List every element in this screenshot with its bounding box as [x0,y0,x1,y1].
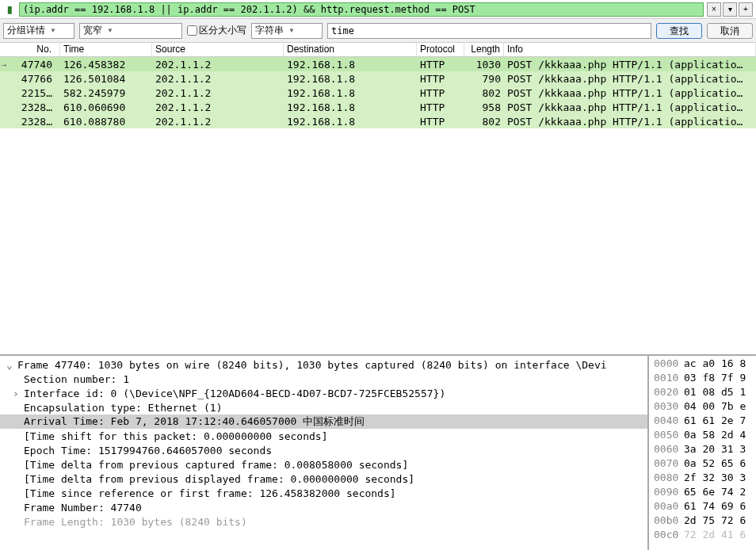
table-row[interactable]: 2215…582.245979202.1.1.2192.168.1.8HTTP8… [0,86,756,100]
col-header-source[interactable]: Source [152,43,284,56]
cell-time: 582.245979 [60,87,152,99]
tree-frame-length[interactable]: Frame Length: 1030 bytes (8240 bits) [0,514,647,529]
hex-bytes: 61 74 69 6 [684,500,746,514]
hex-offset: 00a0 [654,500,684,514]
packet-details-pane[interactable]: ⌄Frame 47740: 1030 bytes on wire (8240 b… [0,356,649,550]
hex-bytes: 2d 75 72 6 [684,514,746,529]
hex-bytes: ac a0 16 8 [684,357,746,372]
search-scope-dropdown[interactable]: 分组详情▼ [3,23,74,39]
tree-encapsulation[interactable]: Encapsulation type: Ethernet (1) [0,400,647,414]
cell-time: 126.458382 [60,59,152,71]
cell-len: 790 [464,73,504,85]
hex-offset: 0080 [654,472,684,486]
table-row[interactable]: 47766126.501084202.1.1.2192.168.1.8HTTP7… [0,71,756,86]
hex-offset: 0020 [654,386,684,400]
hex-offset: 00c0 [654,529,684,543]
search-input[interactable] [327,23,651,39]
hex-offset: 0040 [654,414,684,429]
tree-section-number[interactable]: Section number: 1 [0,372,647,386]
tree-frame-number[interactable]: Frame Number: 47740 [0,500,647,514]
filter-clear-button[interactable]: × [707,2,721,17]
hex-row[interactable]: 00802f 32 30 3 [649,472,756,486]
current-row-arrow-icon: → [2,60,6,69]
cell-src: 202.1.1.2 [152,87,284,99]
search-charset-label: 宽窄 [83,24,102,37]
hex-row[interactable]: 004061 61 2e 7 [649,414,756,429]
tree-since-reference[interactable]: [Time since reference or first frame: 12… [0,486,647,500]
cell-src: 202.1.1.2 [152,73,284,85]
col-header-time[interactable]: Time [60,43,152,56]
cell-time: 610.060690 [60,101,152,113]
cell-proto: HTTP [417,59,464,71]
tree-frame-summary[interactable]: ⌄Frame 47740: 1030 bytes on wire (8240 b… [0,357,647,372]
hex-row[interactable]: 00500a 58 2d 4 [649,429,756,443]
hex-bytes: 65 6e 74 2 [684,486,746,500]
hex-row[interactable]: 00700a 52 65 6 [649,457,756,472]
cell-src: 202.1.1.2 [152,101,284,113]
search-type-label: 字符串 [255,24,284,37]
table-row[interactable]: 2328…610.088780202.1.1.2192.168.1.8HTTP8… [0,114,756,128]
case-sensitive-label: 区分大小写 [199,24,246,37]
find-button[interactable]: 查找 [656,23,702,39]
col-header-length[interactable]: Length [464,43,504,56]
hex-offset: 0090 [654,486,684,500]
cell-len: 958 [464,101,504,113]
hex-row[interactable]: 00c072 2d 41 6 [649,529,756,543]
case-sensitive-checkbox[interactable] [187,25,197,36]
cell-dst: 192.168.1.8 [284,116,417,128]
cell-time: 610.088780 [60,116,152,128]
cell-len: 1030 [464,59,504,71]
hex-bytes: 04 00 7b e [684,400,746,414]
tree-arrival-time[interactable]: Arrival Time: Feb 7, 2018 17:12:40.64605… [0,414,647,429]
col-header-info[interactable]: Info [504,43,756,56]
hex-row[interactable]: 003004 00 7b e [649,400,756,414]
cancel-button[interactable]: 取消 [707,23,753,39]
cell-proto: HTTP [417,116,464,128]
cell-len: 802 [464,116,504,128]
hex-row[interactable]: 001003 f8 7f 9 [649,372,756,386]
filter-dropdown-button[interactable]: ▾ [723,2,737,17]
hex-offset: 0070 [654,457,684,472]
col-header-protocol[interactable]: Protocol [417,43,464,56]
hex-offset: 0000 [654,357,684,372]
cell-no: 47766 [0,73,60,85]
cell-info: POST /kkkaaa.php HTTP/1.1 (applicatio… [504,116,756,128]
tree-time-shift[interactable]: [Time shift for this packet: 0.000000000… [0,429,647,443]
table-row[interactable]: →47740126.458382202.1.1.2192.168.1.8HTTP… [0,57,756,71]
filter-add-button[interactable]: + [739,2,753,17]
search-type-dropdown[interactable]: 字符串▼ [251,23,323,39]
col-header-no[interactable]: No. [0,43,60,56]
search-charset-dropdown[interactable]: 宽窄▼ [79,23,182,39]
chevron-down-icon: ▼ [107,27,113,34]
cell-info: POST /kkkaaa.php HTTP/1.1 (applicatio… [504,87,756,99]
hex-bytes: 3a 20 31 3 [684,443,746,457]
tree-delta-captured[interactable]: [Time delta from previous captured frame… [0,457,647,472]
case-sensitive-checkbox-wrap[interactable]: 区分大小写 [187,24,246,37]
collapse-icon[interactable]: ⌄ [6,359,17,371]
table-row[interactable]: 2328…610.060690202.1.1.2192.168.1.8HTTP9… [0,100,756,114]
cell-proto: HTTP [417,73,464,85]
hex-row[interactable]: 00603a 20 31 3 [649,443,756,457]
hex-row[interactable]: 009065 6e 74 2 [649,486,756,500]
hex-row[interactable]: 00b02d 75 72 6 [649,514,756,529]
hex-offset: 0030 [654,400,684,414]
expand-icon[interactable]: › [13,388,24,399]
hex-bytes: 61 61 2e 7 [684,414,746,429]
packet-list-header: No. Time Source Destination Protocol Len… [0,43,756,57]
cell-dst: 192.168.1.8 [284,87,417,99]
tree-delta-displayed[interactable]: [Time delta from previous displayed fram… [0,472,647,486]
hex-bytes: 72 2d 41 6 [684,529,746,543]
packet-list-pane[interactable]: No. Time Source Destination Protocol Len… [0,43,756,356]
tree-epoch-time[interactable]: Epoch Time: 1517994760.646057000 seconds [0,443,647,457]
hex-offset: 0050 [654,429,684,443]
cell-no: 2215… [0,87,60,99]
filter-bookmark-icon[interactable]: ▮ [3,3,16,16]
tree-interface-id[interactable]: ›Interface id: 0 (\Device\NPF_{120AD604-… [0,386,647,400]
hex-row[interactable]: 002001 08 d5 1 [649,386,756,400]
hex-row[interactable]: 00a061 74 69 6 [649,500,756,514]
packet-bytes-pane[interactable]: 0000ac a0 16 8001003 f8 7f 9002001 08 d5… [649,356,756,550]
display-filter-input[interactable] [19,2,704,17]
col-header-destination[interactable]: Destination [284,43,417,56]
hex-row[interactable]: 0000ac a0 16 8 [649,357,756,372]
hex-bytes: 01 08 d5 1 [684,386,746,400]
